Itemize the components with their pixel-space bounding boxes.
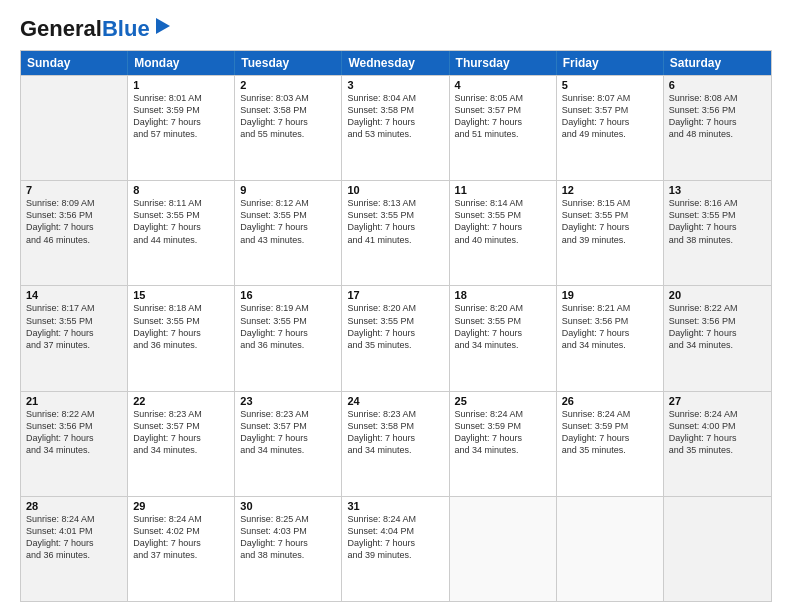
day-info: Sunrise: 8:09 AM Sunset: 3:56 PM Dayligh…	[26, 197, 122, 246]
day-number: 23	[240, 395, 336, 407]
calendar-row-0: 1Sunrise: 8:01 AM Sunset: 3:59 PM Daylig…	[21, 75, 771, 180]
day-cell-6: 6Sunrise: 8:08 AM Sunset: 3:56 PM Daylig…	[664, 76, 771, 180]
day-cell-19: 19Sunrise: 8:21 AM Sunset: 3:56 PM Dayli…	[557, 286, 664, 390]
day-info: Sunrise: 8:15 AM Sunset: 3:55 PM Dayligh…	[562, 197, 658, 246]
day-cell-24: 24Sunrise: 8:23 AM Sunset: 3:58 PM Dayli…	[342, 392, 449, 496]
day-number: 21	[26, 395, 122, 407]
day-number: 24	[347, 395, 443, 407]
header-cell-monday: Monday	[128, 51, 235, 75]
logo-blue: Blue	[102, 16, 150, 41]
empty-cell-0-0	[21, 76, 128, 180]
day-info: Sunrise: 8:24 AM Sunset: 4:00 PM Dayligh…	[669, 408, 766, 457]
day-cell-5: 5Sunrise: 8:07 AM Sunset: 3:57 PM Daylig…	[557, 76, 664, 180]
day-cell-31: 31Sunrise: 8:24 AM Sunset: 4:04 PM Dayli…	[342, 497, 449, 601]
day-number: 19	[562, 289, 658, 301]
day-info: Sunrise: 8:17 AM Sunset: 3:55 PM Dayligh…	[26, 302, 122, 351]
day-number: 26	[562, 395, 658, 407]
day-info: Sunrise: 8:14 AM Sunset: 3:55 PM Dayligh…	[455, 197, 551, 246]
header-cell-sunday: Sunday	[21, 51, 128, 75]
day-cell-25: 25Sunrise: 8:24 AM Sunset: 3:59 PM Dayli…	[450, 392, 557, 496]
empty-cell-4-5	[557, 497, 664, 601]
day-number: 31	[347, 500, 443, 512]
day-number: 28	[26, 500, 122, 512]
day-number: 12	[562, 184, 658, 196]
day-number: 6	[669, 79, 766, 91]
day-info: Sunrise: 8:08 AM Sunset: 3:56 PM Dayligh…	[669, 92, 766, 141]
header-cell-thursday: Thursday	[450, 51, 557, 75]
header-cell-wednesday: Wednesday	[342, 51, 449, 75]
day-info: Sunrise: 8:19 AM Sunset: 3:55 PM Dayligh…	[240, 302, 336, 351]
empty-cell-4-6	[664, 497, 771, 601]
day-info: Sunrise: 8:13 AM Sunset: 3:55 PM Dayligh…	[347, 197, 443, 246]
day-info: Sunrise: 8:11 AM Sunset: 3:55 PM Dayligh…	[133, 197, 229, 246]
day-info: Sunrise: 8:23 AM Sunset: 3:57 PM Dayligh…	[240, 408, 336, 457]
day-cell-30: 30Sunrise: 8:25 AM Sunset: 4:03 PM Dayli…	[235, 497, 342, 601]
day-cell-10: 10Sunrise: 8:13 AM Sunset: 3:55 PM Dayli…	[342, 181, 449, 285]
day-cell-8: 8Sunrise: 8:11 AM Sunset: 3:55 PM Daylig…	[128, 181, 235, 285]
day-number: 1	[133, 79, 229, 91]
day-number: 11	[455, 184, 551, 196]
day-info: Sunrise: 8:05 AM Sunset: 3:57 PM Dayligh…	[455, 92, 551, 141]
day-info: Sunrise: 8:22 AM Sunset: 3:56 PM Dayligh…	[669, 302, 766, 351]
day-cell-16: 16Sunrise: 8:19 AM Sunset: 3:55 PM Dayli…	[235, 286, 342, 390]
calendar-row-1: 7Sunrise: 8:09 AM Sunset: 3:56 PM Daylig…	[21, 180, 771, 285]
day-info: Sunrise: 8:24 AM Sunset: 3:59 PM Dayligh…	[455, 408, 551, 457]
day-cell-28: 28Sunrise: 8:24 AM Sunset: 4:01 PM Dayli…	[21, 497, 128, 601]
day-cell-9: 9Sunrise: 8:12 AM Sunset: 3:55 PM Daylig…	[235, 181, 342, 285]
day-number: 17	[347, 289, 443, 301]
day-number: 25	[455, 395, 551, 407]
header-cell-tuesday: Tuesday	[235, 51, 342, 75]
day-cell-23: 23Sunrise: 8:23 AM Sunset: 3:57 PM Dayli…	[235, 392, 342, 496]
day-cell-20: 20Sunrise: 8:22 AM Sunset: 3:56 PM Dayli…	[664, 286, 771, 390]
logo: GeneralBlue	[20, 18, 174, 40]
day-cell-3: 3Sunrise: 8:04 AM Sunset: 3:58 PM Daylig…	[342, 76, 449, 180]
header: GeneralBlue	[20, 18, 772, 40]
day-info: Sunrise: 8:24 AM Sunset: 4:02 PM Dayligh…	[133, 513, 229, 562]
day-cell-7: 7Sunrise: 8:09 AM Sunset: 3:56 PM Daylig…	[21, 181, 128, 285]
page: GeneralBlue SundayMondayTuesdayWednesday…	[0, 0, 792, 612]
calendar-body: 1Sunrise: 8:01 AM Sunset: 3:59 PM Daylig…	[21, 75, 771, 601]
day-cell-13: 13Sunrise: 8:16 AM Sunset: 3:55 PM Dayli…	[664, 181, 771, 285]
day-number: 27	[669, 395, 766, 407]
day-number: 20	[669, 289, 766, 301]
day-info: Sunrise: 8:16 AM Sunset: 3:55 PM Dayligh…	[669, 197, 766, 246]
day-info: Sunrise: 8:20 AM Sunset: 3:55 PM Dayligh…	[455, 302, 551, 351]
day-cell-27: 27Sunrise: 8:24 AM Sunset: 4:00 PM Dayli…	[664, 392, 771, 496]
day-cell-12: 12Sunrise: 8:15 AM Sunset: 3:55 PM Dayli…	[557, 181, 664, 285]
calendar-row-3: 21Sunrise: 8:22 AM Sunset: 3:56 PM Dayli…	[21, 391, 771, 496]
day-info: Sunrise: 8:24 AM Sunset: 3:59 PM Dayligh…	[562, 408, 658, 457]
day-number: 10	[347, 184, 443, 196]
day-number: 14	[26, 289, 122, 301]
day-info: Sunrise: 8:23 AM Sunset: 3:57 PM Dayligh…	[133, 408, 229, 457]
day-number: 7	[26, 184, 122, 196]
day-number: 2	[240, 79, 336, 91]
header-cell-saturday: Saturday	[664, 51, 771, 75]
day-cell-14: 14Sunrise: 8:17 AM Sunset: 3:55 PM Dayli…	[21, 286, 128, 390]
calendar-row-2: 14Sunrise: 8:17 AM Sunset: 3:55 PM Dayli…	[21, 285, 771, 390]
day-info: Sunrise: 8:23 AM Sunset: 3:58 PM Dayligh…	[347, 408, 443, 457]
day-cell-2: 2Sunrise: 8:03 AM Sunset: 3:58 PM Daylig…	[235, 76, 342, 180]
day-number: 4	[455, 79, 551, 91]
calendar-header: SundayMondayTuesdayWednesdayThursdayFrid…	[21, 51, 771, 75]
day-number: 5	[562, 79, 658, 91]
day-number: 29	[133, 500, 229, 512]
empty-cell-4-4	[450, 497, 557, 601]
header-cell-friday: Friday	[557, 51, 664, 75]
day-cell-26: 26Sunrise: 8:24 AM Sunset: 3:59 PM Dayli…	[557, 392, 664, 496]
day-info: Sunrise: 8:22 AM Sunset: 3:56 PM Dayligh…	[26, 408, 122, 457]
day-cell-11: 11Sunrise: 8:14 AM Sunset: 3:55 PM Dayli…	[450, 181, 557, 285]
day-cell-22: 22Sunrise: 8:23 AM Sunset: 3:57 PM Dayli…	[128, 392, 235, 496]
calendar: SundayMondayTuesdayWednesdayThursdayFrid…	[20, 50, 772, 602]
day-info: Sunrise: 8:20 AM Sunset: 3:55 PM Dayligh…	[347, 302, 443, 351]
day-number: 9	[240, 184, 336, 196]
day-cell-1: 1Sunrise: 8:01 AM Sunset: 3:59 PM Daylig…	[128, 76, 235, 180]
day-number: 13	[669, 184, 766, 196]
day-info: Sunrise: 8:12 AM Sunset: 3:55 PM Dayligh…	[240, 197, 336, 246]
day-cell-18: 18Sunrise: 8:20 AM Sunset: 3:55 PM Dayli…	[450, 286, 557, 390]
day-cell-17: 17Sunrise: 8:20 AM Sunset: 3:55 PM Dayli…	[342, 286, 449, 390]
day-number: 8	[133, 184, 229, 196]
day-number: 16	[240, 289, 336, 301]
calendar-row-4: 28Sunrise: 8:24 AM Sunset: 4:01 PM Dayli…	[21, 496, 771, 601]
day-info: Sunrise: 8:24 AM Sunset: 4:04 PM Dayligh…	[347, 513, 443, 562]
logo-text: GeneralBlue	[20, 18, 150, 40]
